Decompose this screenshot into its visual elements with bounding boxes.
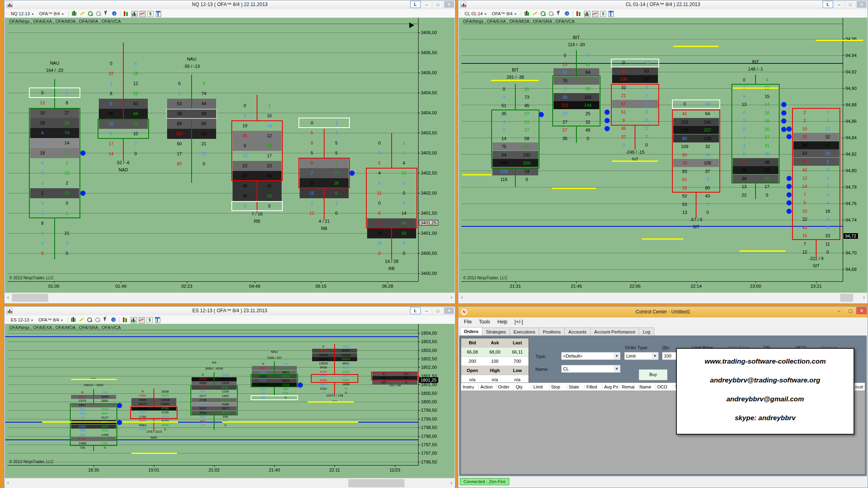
toolbar-data-grid-icon[interactable] [608,10,614,17]
type-select[interactable]: <Default> ▼ [561,352,621,360]
toolbar-candlestick-icon[interactable] [524,10,530,17]
scroll-right-icon[interactable]: › [451,295,452,300]
link-button[interactable]: L [410,1,421,8]
maximize-button[interactable]: □ [433,1,443,8]
maximize-button[interactable]: □ [845,1,856,8]
menu-item-[interactable]: [+/-] [515,319,523,325]
toolbar-dollar-icon[interactable]: $ [146,317,153,323]
toolbar-zoom-in-icon[interactable] [540,10,546,17]
menu-item-tools[interactable]: Tools [479,319,490,325]
toolbar-data-grid-icon[interactable] [155,10,161,17]
tab-account-perfomance[interactable]: Account Perfomance [590,327,639,336]
buy-button[interactable]: Buy [639,369,668,380]
scroll-thumb[interactable] [12,294,48,302]
toolbar-bars-updown-icon[interactable] [123,10,129,17]
toolbar-drag-handle[interactable]: ⁞ [6,11,7,16]
period-selector[interactable]: OFA™ 8/4 ▼ [490,11,519,16]
toolbar-crosshair-icon[interactable]: + [111,10,118,17]
instrument-selector[interactable]: ES 12-13 ▼ [9,317,35,323]
minimize-button[interactable]: – [834,307,844,314]
minimize-button[interactable]: – [834,1,844,8]
scroll-left-icon[interactable]: ‹ [7,295,9,300]
toolbar-pencil-icon[interactable] [532,10,538,17]
maximize-button[interactable]: ▢ [845,307,856,314]
toolbar-candlestick-icon[interactable] [70,317,77,323]
tab-accounts[interactable]: Accounts [564,327,590,336]
column-header-label: BIT [512,67,519,72]
scroll-thumb[interactable] [840,294,853,302]
close-button[interactable]: ✕ [444,1,454,8]
toolbar-candlestick-icon[interactable] [71,10,78,17]
toolbar-pencil-icon[interactable] [79,10,86,17]
minimize-button[interactable]: – [421,307,432,314]
toolbar-histogram-icon[interactable] [584,10,590,17]
price-gridline [8,342,418,342]
close-button[interactable]: ✕ [856,307,867,314]
toolbar-dollar-icon[interactable]: $ [600,10,606,17]
maximize-button[interactable]: □ [433,307,443,314]
scroll-left-icon[interactable]: ‹ [7,480,9,486]
toolbar-bars-updown-icon[interactable] [576,10,582,17]
period-selector[interactable]: OFA™ 8/4 ▼ [37,317,65,323]
close-button[interactable]: ✕ [444,307,454,314]
scroll-thumb[interactable] [348,479,404,487]
instrument-selector[interactable]: CL 01-14 ▼ [463,11,489,16]
tab-positions[interactable]: Positions [539,327,565,336]
toolbar-crosshair-icon[interactable]: + [110,317,117,323]
cancel-column-partial[interactable]: ncel [854,384,864,390]
toolbar-bars-updown-icon[interactable] [122,317,129,323]
chart-toolbar: ⁞ES 12-13 ▼OFA™ 8/4 ▼+$ [4,315,455,324]
toolbar-cursor-icon[interactable] [102,317,109,323]
toolbar-cursor-icon[interactable] [103,10,110,17]
toolbar-zoom-out-icon[interactable] [548,10,554,17]
close-button[interactable]: ✕ [856,1,867,8]
toolbar-zoom-in-icon[interactable] [87,10,94,17]
yellow-marker-line [308,401,354,403]
toolbar-drag-handle[interactable]: ⁞ [6,317,7,322]
toolbar-dollar-icon[interactable]: $ [147,10,153,17]
chart-window-titlebar[interactable]: NQ 12-13 ( OFA™ 8/4 ) 22.11.2013L–□✕ [4,0,455,10]
toolbar-data-grid-icon[interactable] [154,317,161,323]
menu-item-help[interactable]: Help [497,319,507,325]
menu-item-file[interactable]: File [464,319,472,325]
toolbar-histogram-icon[interactable] [130,317,137,323]
minimize-button[interactable]: – [421,1,432,8]
toolbar-pencil-icon[interactable] [78,317,85,323]
copyright-label: © 2013 NinjaTrader, LLC [9,460,53,464]
yellow-marker-line [739,250,786,252]
horizontal-scrollbar[interactable]: ‹› [5,293,455,303]
chart-window-titlebar[interactable]: CL 01-14 ( OFA™ 8/4 ) 22.11.2013L–□✕ [458,0,868,10]
horizontal-scrollbar[interactable]: ‹› [5,478,455,488]
horizontal-scrollbar[interactable]: ‹› [459,293,867,303]
toolbar-line-chart-icon[interactable] [138,317,145,323]
chart-window-titlebar[interactable]: ES 12-13 ( OFA™ 8/4 ) 23.11.2013L–□✕ [4,307,455,316]
order-type-select[interactable]: Limit ▼ [624,352,659,360]
period-selector[interactable]: OFA™ 8/4 ▼ [37,11,65,16]
toolbar-zoom-out-icon[interactable] [94,317,101,323]
scroll-right-icon[interactable]: › [451,480,452,486]
toolbar-crosshair-icon[interactable]: + [564,10,570,17]
scroll-left-icon[interactable]: ‹ [461,295,463,300]
price-gridline [8,427,418,428]
link-button[interactable]: L [410,307,421,314]
link-button[interactable]: L [823,1,833,8]
control-center-titlebar[interactable]: N Control Center - Untitled1 – ▢ ✕ [458,307,868,317]
toolbar-zoom-out-icon[interactable] [95,10,102,17]
tab-log[interactable]: Log [639,327,654,336]
volume-dot [781,110,786,116]
toolbar-zoom-in-icon[interactable] [86,317,93,323]
column-header-label: 18014 / -3282 [84,383,103,387]
time-axis-label: 21:40 [269,468,280,472]
column-footer-label: NAD [118,167,128,172]
instrument-selector[interactable]: NQ 12-13 ▼ [9,11,36,16]
toolbar-drag-handle[interactable]: ⁞ [460,11,461,16]
tab-strategies[interactable]: Strategies [482,327,510,336]
scroll-right-icon[interactable]: › [863,295,865,300]
toolbar-line-chart-icon[interactable] [592,10,598,17]
tab-orders[interactable]: Orders [460,327,482,336]
name-select[interactable]: CL ▼ [561,365,621,373]
toolbar-cursor-icon[interactable] [556,10,562,17]
toolbar-line-chart-icon[interactable] [139,10,145,17]
toolbar-histogram-icon[interactable] [131,10,137,17]
tab-executions[interactable]: Executions [510,327,539,336]
